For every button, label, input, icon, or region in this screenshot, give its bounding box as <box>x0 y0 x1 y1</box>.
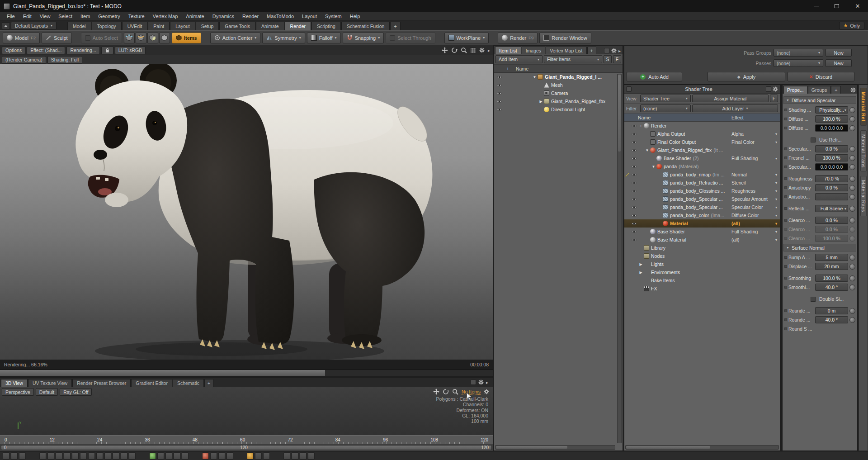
effect-dropdown-icon[interactable]: ▾ <box>775 189 780 193</box>
gear-icon[interactable] <box>850 87 856 93</box>
render-button[interactable]: RenderF9 <box>498 33 538 43</box>
effect-dropdown-icon[interactable]: ▾ <box>775 156 780 161</box>
effect-cell[interactable]: ▾ <box>729 244 780 252</box>
effect-cell[interactable]: ▾ <box>729 252 780 260</box>
close-button[interactable]: ✕ <box>847 0 868 12</box>
effect-dropdown-icon[interactable]: ▾ <box>775 213 780 218</box>
shading-mode-button[interactable]: Shading: Full <box>47 56 82 64</box>
visibility-eye-icon[interactable] <box>631 132 637 136</box>
shader-row[interactable]: Material (all) ▾ <box>624 219 780 228</box>
maximize-button[interactable] <box>826 0 847 12</box>
shader-row[interactable]: ▶ Lights ▾ <box>624 260 780 268</box>
tool-icon[interactable] <box>47 452 54 460</box>
tool-icon[interactable] <box>121 452 127 460</box>
reflection-type-dropdown[interactable]: Full Scene <box>815 205 848 212</box>
shader-row[interactable]: panda_body_Refractio ... Stencil ▾ <box>624 179 780 187</box>
tool-icon[interactable] <box>226 452 233 460</box>
effect-dropdown-icon[interactable]: ▾ <box>775 222 780 226</box>
action-center-button[interactable]: Action Center▾ <box>210 33 261 43</box>
effect-cell[interactable]: Alpha ▾ <box>729 130 780 138</box>
expander-icon[interactable]: ▼ <box>532 75 537 79</box>
visibility-eye-icon[interactable] <box>631 197 637 201</box>
visibility-eye-icon[interactable] <box>631 140 637 144</box>
options-button[interactable]: Options <box>2 47 25 54</box>
minimize-button[interactable] <box>806 0 826 12</box>
double-sided-checkbox[interactable] <box>811 297 816 302</box>
item-row[interactable]: ▶ Giant_Panda_Rigged_fbx <box>494 97 623 105</box>
view-mode-dropdown[interactable]: Shader Tree▾ <box>640 95 691 102</box>
snapping-button[interactable]: Snapping▾ <box>343 33 384 43</box>
shader-row[interactable]: Nodes ▾ <box>624 252 780 260</box>
menu-item[interactable]: Dynamics <box>208 14 238 19</box>
rendering-menu-button[interactable]: Rendering... <box>66 47 99 54</box>
layout-tab[interactable]: Game Tools <box>219 22 255 30</box>
visibility-eye-icon[interactable] <box>631 205 637 209</box>
add-item-button[interactable]: Add Item▾ <box>495 55 542 63</box>
item-list-hscrollbar[interactable] <box>495 445 615 450</box>
expander-icon[interactable]: ▶ <box>638 262 643 266</box>
tool-icon[interactable] <box>157 452 164 460</box>
envelope-icon[interactable] <box>849 146 855 152</box>
falloff-button[interactable]: Falloff▾ <box>307 33 341 43</box>
panel-grid-icon[interactable] <box>626 86 632 92</box>
visibility-eye-icon[interactable] <box>631 156 637 161</box>
camera-selector-button[interactable]: (Render Camera) <box>2 56 46 64</box>
expander-icon[interactable]: ▶ <box>638 270 643 275</box>
tool-icon[interactable] <box>88 452 95 460</box>
effect-dropdown-icon[interactable]: ▾ <box>775 205 780 209</box>
timeline-scrollbar[interactable]: 0 120 120 <box>0 444 493 451</box>
clearcoat-2-field[interactable]: 0.0 % <box>815 226 848 233</box>
tool-icon[interactable] <box>11 452 18 460</box>
envelope-icon[interactable] <box>849 308 855 314</box>
visibility-eye-icon[interactable] <box>496 108 502 112</box>
visibility-eye-icon[interactable] <box>631 238 637 242</box>
bottom-pane-tab[interactable]: Gradient Editor <box>131 379 172 387</box>
effect-cell[interactable]: Stencil ▾ <box>729 179 780 187</box>
pan-icon[interactable] <box>433 389 439 395</box>
layout-tab[interactable]: Setup <box>196 22 219 30</box>
add-column-icon[interactable]: + <box>504 66 511 71</box>
shader-row[interactable]: panda_body_Specular ... Specular Color ▾ <box>624 203 780 211</box>
specular-color-swatch[interactable]: 0.0 0.0 0.0 <box>815 163 848 171</box>
effect-cell[interactable]: (all) ▾ <box>729 236 780 244</box>
bottom-pane-tab[interactable]: 3D View <box>1 379 28 387</box>
tool-icon[interactable] <box>3 452 9 460</box>
tool-icon[interactable] <box>202 452 209 460</box>
rounded-edge-width-field[interactable]: 0 m <box>815 307 848 314</box>
shader-row[interactable]: Base Material (all) ▾ <box>624 236 780 244</box>
effect-dropdown-icon[interactable]: ▾ <box>775 197 780 201</box>
menu-item[interactable]: Layout <box>298 14 321 19</box>
vertices-mode-icon[interactable] <box>124 33 135 43</box>
model-mode-button[interactable]: ModelF2 <box>3 33 40 43</box>
tool-icon[interactable] <box>218 452 225 460</box>
tool-icon[interactable] <box>210 452 217 460</box>
effect-dropdown-icon[interactable]: ▾ <box>775 132 780 136</box>
effect-cell[interactable]: Full Shading ▾ <box>729 154 780 162</box>
polygons-mode-icon[interactable] <box>147 33 158 43</box>
lock-button[interactable] <box>101 47 113 54</box>
item-list-tab[interactable]: + <box>587 47 596 54</box>
tool-icon[interactable] <box>182 452 189 460</box>
apply-button[interactable]: ◆ Apply <box>708 72 785 81</box>
tool-icon[interactable] <box>292 452 298 460</box>
effect-cell[interactable]: (all) ▾ <box>729 219 780 228</box>
properties-tab[interactable]: + <box>831 86 841 94</box>
expand-icon[interactable] <box>604 48 609 53</box>
select-through-button[interactable]: Select Through <box>386 33 435 43</box>
layout-tab[interactable]: Layout <box>170 22 195 30</box>
tool-icon[interactable] <box>56 452 62 460</box>
effect-cell[interactable]: Roughness ▾ <box>729 187 780 195</box>
bottom-pane-tab[interactable]: Schematic <box>173 379 204 387</box>
envelope-icon[interactable] <box>849 236 855 242</box>
effect-cell[interactable]: Specular Color ▾ <box>729 203 780 211</box>
roughness-field[interactable]: 70.0 % <box>815 175 848 182</box>
shader-column-header[interactable]: Name Effect <box>624 114 780 122</box>
rounded-edge-angle-field[interactable]: 40.0 ° <box>815 316 848 323</box>
zoom-icon[interactable] <box>461 47 467 53</box>
filter-items-dropdown[interactable]: Filter Items▾ <box>544 55 602 63</box>
only-toggle[interactable]: ★ Only <box>839 22 864 29</box>
gear-icon[interactable] <box>611 48 617 53</box>
orbit-icon[interactable] <box>443 389 449 395</box>
menu-item[interactable]: Vertex Map <box>149 14 182 19</box>
gear-icon[interactable] <box>478 379 484 385</box>
